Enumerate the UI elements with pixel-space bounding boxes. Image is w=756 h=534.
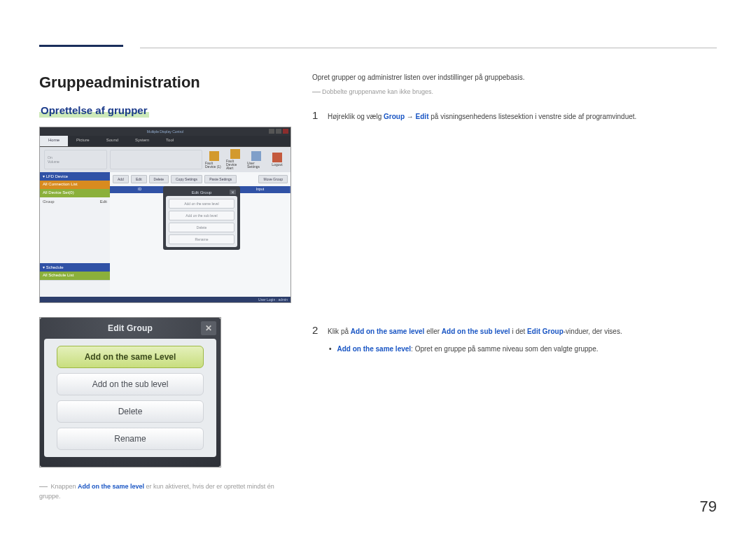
sidebar-item-all-device-set[interactable]: All Device Set(0) xyxy=(40,189,110,197)
popup-btn-rename[interactable]: Rename xyxy=(169,234,234,244)
sidebar-item-group[interactable]: Group Edit xyxy=(40,197,110,206)
close-icon[interactable]: ✕ xyxy=(201,321,216,335)
window-buttons xyxy=(269,129,288,134)
sidebar-header-lfd[interactable]: ▾ LFD Device xyxy=(40,172,110,181)
toolbar-group-spacer xyxy=(110,150,202,169)
heading-h1: Gruppeadministration xyxy=(39,73,291,92)
screenshot-edit-group-dialog: Edit Group ✕ Add on the same Level Add o… xyxy=(39,317,221,468)
close-icon[interactable] xyxy=(283,129,288,134)
col-id: ID xyxy=(110,186,170,193)
popup-btn-same-level[interactable]: Add on the same level xyxy=(169,199,234,209)
btn-move-group[interactable]: Move Group xyxy=(258,175,288,183)
page-number: 79 xyxy=(700,498,717,516)
maximize-icon[interactable] xyxy=(276,129,281,134)
intro-text: Opret grupper og administrer listen over… xyxy=(312,73,717,81)
two-column-layout: Gruppeadministration Oprettelse af grupp… xyxy=(39,42,717,500)
step-1: 1 Højreklik og vælg Group → Edit på visn… xyxy=(312,109,717,122)
toolbar-user-settings[interactable]: User Settings xyxy=(247,151,265,169)
editgroup-btn-sub-level[interactable]: Add on the sub level xyxy=(57,373,204,395)
popup-btn-sub-level[interactable]: Add on the sub level xyxy=(169,211,234,220)
screenshot-mdc-window: Multiple Display Control Home Picture So… xyxy=(39,127,291,303)
sidebar-item-all-connection[interactable]: All Connection List xyxy=(40,181,110,189)
header-accent-bar xyxy=(39,45,123,47)
minimize-icon[interactable] xyxy=(269,129,274,134)
btn-add[interactable]: Add xyxy=(113,175,129,183)
step-text: Højreklik og vælg Group → Edit på visnin… xyxy=(328,109,636,122)
editgroup-title: Edit Group ✕ xyxy=(40,318,220,339)
editgroup-btn-same-level[interactable]: Add on the same Level xyxy=(57,346,204,368)
mdc-titlebar: Multiple Display Control xyxy=(40,127,290,136)
btn-paste[interactable]: Paste Settings xyxy=(204,175,237,183)
logout-icon xyxy=(272,153,282,162)
header-divider xyxy=(140,48,717,48)
sidebar-item-all-schedule[interactable]: All Schedule List xyxy=(40,272,110,280)
btn-edit[interactable]: Edit xyxy=(131,175,147,183)
mdc-title-text: Multiple Display Control xyxy=(147,129,184,134)
btn-copy[interactable]: Copy Settings xyxy=(171,175,202,183)
footnote-same-level: ― Knappen Add on the same level er kun a… xyxy=(39,482,291,500)
mdc-main-area: Add Edit Delete Copy Settings Paste Sett… xyxy=(110,172,290,297)
mdc-toolbar: OnVolume Fault Device (1) Fault Device A… xyxy=(40,147,290,172)
editgroup-btn-delete[interactable]: Delete xyxy=(57,400,204,423)
toolbar-fault-device[interactable]: Fault Device (1) xyxy=(205,151,223,169)
popup-title: Edit Group xyxy=(166,189,237,196)
tab-sound[interactable]: Sound xyxy=(98,136,127,146)
mdc-sidebar: ▾ LFD Device All Connection List All Dev… xyxy=(40,172,110,297)
step-number: 1 xyxy=(312,109,319,122)
editgroup-btn-rename[interactable]: Rename xyxy=(57,428,204,450)
heading-h2: Oprettelse af grupper xyxy=(39,103,149,118)
right-column: Opret grupper og administrer listen over… xyxy=(312,73,717,500)
sidebar-header-schedule[interactable]: ▾ Schedule xyxy=(40,263,110,272)
step-2-bullet: • Add on the same level: Opret en gruppe… xyxy=(329,345,717,353)
tab-picture[interactable]: Picture xyxy=(68,136,98,146)
note-duplicate-names: ―Dobbelte gruppenavne kan ikke bruges. xyxy=(312,87,717,97)
toolbar-logout[interactable]: Logout xyxy=(268,153,286,167)
step-2: 2 Klik på Add on the same level eller Ad… xyxy=(312,324,717,337)
step-number: 2 xyxy=(312,324,319,337)
tab-home[interactable]: Home xyxy=(40,136,68,146)
btn-delete[interactable]: Delete xyxy=(149,175,169,183)
toolbar-fault-alert[interactable]: Fault Device Alert xyxy=(226,149,244,170)
tab-system[interactable]: System xyxy=(127,136,158,146)
popup-btn-delete[interactable]: Delete xyxy=(169,223,234,232)
toolbar-group-power: OnVolume xyxy=(44,150,107,169)
alert-icon xyxy=(230,149,240,159)
document-page: Gruppeadministration Oprettelse af grupp… xyxy=(0,0,756,500)
step-text: Klik på Add on the same level eller Add … xyxy=(328,324,622,337)
mdc-tabs: Home Picture Sound System Tool xyxy=(40,136,290,147)
user-icon xyxy=(251,151,261,161)
edit-group-popup: Edit Group Add on the same level Add on … xyxy=(163,186,240,250)
mdc-statusbar: User Login : admin xyxy=(40,297,290,302)
tab-tool[interactable]: Tool xyxy=(158,136,182,146)
warning-icon xyxy=(209,151,219,161)
left-column: Gruppeadministration Oprettelse af grupp… xyxy=(39,73,291,500)
